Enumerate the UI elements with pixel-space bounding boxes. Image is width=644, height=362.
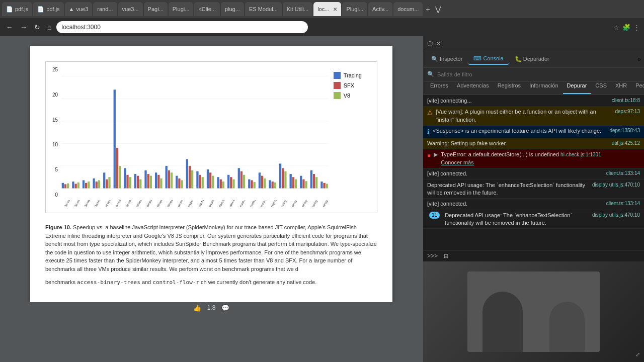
ce-text-vue-warn: [Vue warn]: A plugin must either be a fu…	[436, 108, 612, 124]
tab-overflow-button[interactable]: ⋁	[433, 4, 443, 14]
svg-rect-23	[119, 166, 121, 189]
tab-esmod[interactable]: ES Modul...	[245, 2, 282, 16]
comment-icon[interactable]: 💬	[221, 304, 229, 312]
subtab-pedidos[interactable]: Pedidos	[631, 81, 644, 94]
console-grid-icon[interactable]: ⊞	[444, 253, 448, 259]
svg-rect-70	[282, 168, 284, 188]
ce-link-typeerror[interactable]: hi-check.js:1:1301	[560, 152, 601, 157]
svg-rect-82	[323, 183, 325, 189]
ce-link-vite-connected[interactable]: client.ts:133:14	[606, 170, 640, 177]
subtab-informacion[interactable]: Información	[525, 81, 562, 94]
svg-rect-35	[160, 178, 162, 189]
code-access-binary: access-binary-trees	[77, 279, 140, 286]
video-thumbnail[interactable]: ⤢	[423, 261, 644, 362]
tab-pdf2[interactable]: 📄 pdf.js	[33, 2, 63, 16]
svg-rect-37	[168, 170, 170, 189]
chart-legend: Tracing SFX V8	[334, 72, 362, 208]
tab-activ[interactable]: Activ...	[368, 2, 392, 16]
subtab-css[interactable]: CSS	[591, 81, 611, 94]
ce-text-vite-connected: [vite] connected.	[427, 170, 603, 177]
bookmark-icon[interactable]: ☆	[613, 24, 619, 31]
legend-v8: V8	[334, 92, 362, 99]
tab-close-icon[interactable]: ✕	[333, 7, 337, 12]
pdf-page: 0 5 10 15 20 25	[30, 46, 392, 302]
tab-plugib[interactable]: Plugi...	[342, 2, 367, 16]
svg-rect-68	[274, 183, 276, 189]
console-entry-vite-connected: [vite] connected. client.ts:133:14	[423, 168, 644, 179]
y-label-25: 25	[52, 67, 58, 72]
svg-rect-51	[217, 177, 219, 188]
subtab-errores[interactable]: Errores	[426, 81, 452, 94]
legend-color-v8	[334, 92, 341, 99]
tab-pagi[interactable]: Pagi...	[144, 2, 168, 16]
error-icon-1: ●	[427, 151, 431, 160]
tab-pdf1[interactable]: 📄 pdf.js	[2, 2, 32, 16]
tab-clie[interactable]: <Clie...	[194, 2, 220, 16]
tab-label: pdf.js	[46, 6, 59, 12]
code-control-flow: control-flow-r	[152, 279, 199, 286]
new-tab-button[interactable]: +	[424, 4, 432, 14]
tab-consola[interactable]: ⌨ Consola	[468, 53, 508, 65]
ce-link-deprecated-1[interactable]: display utils.js:470:10	[592, 182, 640, 189]
svg-rect-42	[186, 159, 188, 189]
svg-rect-41	[181, 180, 183, 188]
ce-link-suspense[interactable]: deps:1358:43	[609, 127, 640, 134]
ce-link-vite-connected-2[interactable]: client.ts:133:14	[606, 200, 640, 207]
tab-plugi[interactable]: Plugi...	[169, 2, 194, 16]
devtools-close-icon[interactable]: ✕	[436, 40, 441, 47]
svg-rect-26	[129, 177, 131, 188]
svg-rect-63	[259, 172, 261, 188]
subtab-advertencias[interactable]: Advertencias	[453, 81, 493, 94]
svg-text:regexp-dna: regexp-dna	[270, 200, 281, 208]
svg-rect-11	[77, 183, 79, 189]
thumbs-up-icon[interactable]: 👍	[193, 304, 201, 312]
tab-loc[interactable]: loc... ✕	[313, 2, 341, 16]
error-content: TypeError: a.default.detectStore(...) is…	[441, 151, 640, 166]
back-button[interactable]: ←	[4, 22, 15, 32]
menu-icon[interactable]: ⋮	[633, 24, 640, 31]
person-silhouette-2	[549, 302, 585, 352]
reload-button[interactable]: ↻	[32, 22, 42, 32]
svg-rect-38	[171, 172, 173, 188]
subtab-xhr[interactable]: XHR	[611, 81, 631, 94]
tab-plug[interactable]: plug...	[221, 2, 244, 16]
tab-inspector[interactable]: 🔍 Inspector	[426, 54, 467, 64]
svg-text:crypto-md5: crypto-md5	[198, 200, 208, 208]
subtab-registros[interactable]: Registros	[494, 81, 525, 94]
error-expand-arrow[interactable]: ▶	[434, 151, 438, 158]
ce-text-deprecated-1: Deprecated API usage: The `enhanceTextSe…	[427, 182, 589, 197]
inspector-icon: 🔍	[431, 56, 438, 62]
ce-link-vite-connecting[interactable]: client.ts:18:8	[612, 97, 640, 104]
tab-label: docum...	[397, 6, 419, 12]
url-bar[interactable]: localhost:3000	[56, 21, 308, 33]
legend-label-tracing: Tracing	[344, 72, 362, 78]
learn-more-link[interactable]: Conocer más	[441, 159, 473, 165]
tab-vue3b[interactable]: vue3...	[118, 2, 143, 16]
tab-depurador[interactable]: 🐛 Depurador	[510, 54, 554, 64]
ce-link-vue-warn[interactable]: deps:97:13	[615, 108, 640, 115]
ce-link-fake-worker[interactable]: util.js:425:12	[612, 140, 640, 147]
tab-kit[interactable]: Kit Utili...	[283, 2, 312, 16]
tab-vue3[interactable]: ▲ vue3	[65, 2, 93, 16]
legend-tracing: Tracing	[334, 72, 362, 79]
filter-input[interactable]	[437, 71, 640, 77]
tab-docum[interactable]: docum...	[393, 2, 423, 16]
forward-button[interactable]: →	[18, 22, 29, 32]
inspector-picker-icon[interactable]: ⬡	[427, 40, 433, 47]
legend-label-v8: V8	[344, 93, 350, 99]
svg-rect-79	[313, 174, 315, 188]
subtab-depurar[interactable]: Depurar	[563, 81, 591, 94]
svg-text:crypto-sha1: crypto-sha1	[208, 200, 218, 208]
svg-text:string-base64: string-base64	[280, 200, 292, 208]
devtools-filter-bar: 🔍	[423, 67, 644, 81]
warn-icon-1: ⚠	[427, 109, 433, 117]
tab-rand[interactable]: rand...	[93, 2, 117, 16]
svg-rect-10	[74, 184, 76, 189]
ce-link-deprecated-2[interactable]: display utils.js:470:10	[592, 212, 640, 219]
svg-rect-47	[202, 177, 204, 188]
extensions-icon[interactable]: 🧩	[622, 24, 630, 31]
tab-label: ES Modul...	[249, 6, 278, 12]
more-tabs-icon[interactable]: »	[637, 56, 641, 63]
video-content: ⤢	[423, 261, 644, 362]
home-button[interactable]: ⌂	[45, 22, 53, 32]
